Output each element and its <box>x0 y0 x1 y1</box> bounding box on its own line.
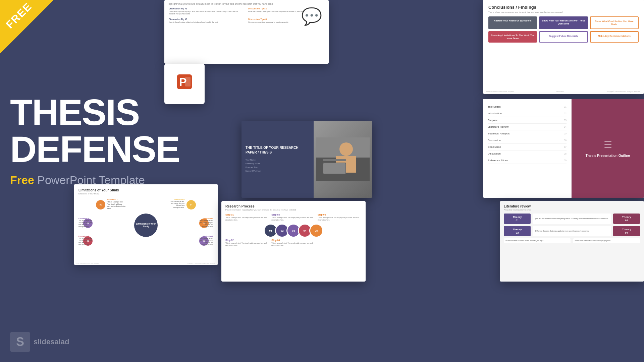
tip1-body: This is where you will highlight what yo… <box>169 10 245 15</box>
toc-item-4: Literature Review 04 <box>488 124 567 130</box>
slide-toc: Title Slides 01 Introduction 02 Purpose … <box>483 99 644 198</box>
toc-item-1: Title Slides 01 <box>488 104 567 110</box>
lim-label-5: Limitation 5This is a sample text. You s… <box>197 218 213 228</box>
toc-item-5: Statistical Analysis 05 <box>488 130 567 137</box>
conc-box1: Restate Your Research Questions <box>488 16 537 29</box>
slide-research: Research Process Provide information reg… <box>221 201 366 282</box>
advisor-line: Name Of Advisor <box>246 169 310 173</box>
footer-copyright: Copyright © Slidesalad.com All rights re… <box>606 90 641 93</box>
toc-label-5: Statistical Analysis <box>488 132 510 135</box>
lim-sub: Limitations of Your Study <box>78 193 213 195</box>
conclusions-footer: Free Slidesalad PowerPoint Template slid… <box>483 90 644 93</box>
theory-04-box: Theory04 <box>613 226 640 236</box>
lim-label-2: Limitation 2This is a sample text. You s… <box>78 218 95 228</box>
toc-num-3: 03 <box>564 119 567 121</box>
main-title-area: THESIS DEFENSE Free PowerPoint Template <box>10 94 238 187</box>
powerpoint-icon: P <box>176 73 193 95</box>
toc-label-3: Purpose <box>488 119 498 122</box>
slidesalad-logo: S slidesalad <box>10 332 69 352</box>
svg-rect-9 <box>323 163 345 174</box>
res-step-03: Step 03 This is a sample text. You simpl… <box>271 214 315 221</box>
svg-point-5 <box>339 142 353 156</box>
conclusions-inner: Conclusions / Findings This is where you… <box>483 0 644 47</box>
circle-05: 05 <box>309 224 323 238</box>
lit-bottom-texts: Relevant current research that is close … <box>504 238 640 243</box>
litreview-grid: Theory01 you will not want to cover ever… <box>504 214 640 236</box>
tip3-title: Discussion Tip #3 <box>169 18 245 20</box>
lim-node-1: 01 <box>96 200 105 209</box>
step05-label: Step 05 <box>318 214 362 216</box>
toc-num-2: 02 <box>564 112 567 115</box>
svg-rect-2 <box>185 77 191 86</box>
toc-right-panel: ☰ Thesis Presentation Outline <box>572 99 644 198</box>
res-step-blank <box>318 239 362 246</box>
slide-limitations: Limitations of Your Study Limitations of… <box>74 184 218 265</box>
toc-label-6: Discussion <box>488 139 501 142</box>
toc-item-3: Purpose 03 <box>488 117 567 124</box>
step04-body: This is a sample text. You simply add yo… <box>271 242 315 246</box>
logo-text: slidesalad <box>34 338 69 346</box>
footer-left: Free Slidesalad PowerPoint Template <box>486 90 514 93</box>
lim-label-6: Limitation 6This is a sample text. You s… <box>197 235 213 246</box>
tip3-body: How do these findings relate to what oth… <box>169 21 245 23</box>
slide-title-main: THE TITLE OF YOUR RESEARCH PAPER / THESI… <box>241 121 372 198</box>
toc-label-2: Introduction <box>488 112 502 115</box>
toc-item-7: Conclusion 07 <box>488 144 567 150</box>
title-slide-image <box>314 121 373 198</box>
step01-body: This is a sample text. You simply add yo… <box>225 217 269 221</box>
lim-label-3: Limitation 3This is a sample text. You s… <box>78 235 95 246</box>
toc-num-8: 08 <box>564 153 567 155</box>
toc-item-6: Discussion 06 <box>488 137 567 144</box>
lim-footer-left: Free Slidesalad PowerPoint Template <box>76 262 99 264</box>
res-title: Research Process <box>225 204 362 208</box>
conc-box2: Show How Your Results Answer These Quest… <box>539 16 588 29</box>
research-steps-top: Step 01 This is a sample text. You simpl… <box>225 214 362 221</box>
free-subtitle-word: Free <box>10 174 34 186</box>
toc-num-9: 09 <box>564 159 567 162</box>
research-steps-bottom: Step 02 This is a sample text. You simpl… <box>225 239 362 246</box>
toc-num-5: 05 <box>564 132 567 135</box>
name-line: Your Name <box>246 158 310 162</box>
lit-sub: Areas that you may wish to cover <box>504 209 640 211</box>
title-slide-left: THE TITLE OF YOUR RESEARCH PAPER / THESI… <box>241 121 314 198</box>
title-slide-heading: THE TITLE OF YOUR RESEARCH PAPER / THESI… <box>246 145 310 155</box>
theory-01-box: Theory01 <box>504 214 531 224</box>
title-slide-info: Your Name University Name Program Title … <box>246 158 310 173</box>
toc-num-6: 06 <box>564 139 567 141</box>
lim-node-4: 04 <box>186 200 196 209</box>
main-title: THESIS DEFENSE <box>10 94 238 168</box>
lim-title: Limitations of Your Study <box>78 188 213 192</box>
lim-label-4: Limitation 4This is a sample text. You s… <box>168 198 184 209</box>
research-inner: Research Process Provide information reg… <box>221 201 366 252</box>
toc-label-8: Discussion <box>488 152 501 155</box>
conc-box3: Show What Contribution You Have Made <box>590 16 639 29</box>
litreview-inner: Literature review Areas that you may wis… <box>500 201 644 247</box>
toc-right-title: Thesis Presentation Outline <box>586 154 630 158</box>
toc-num-7: 07 <box>564 146 567 148</box>
title-slide-right <box>314 121 373 198</box>
toc-label-9: Reference Slides <box>488 159 508 162</box>
step01-label: Step 01 <box>225 214 269 216</box>
lit-title: Literature review <box>504 204 640 208</box>
conc-box5: Suggest Future Research <box>539 31 588 43</box>
res-sub: Provide information regarding how you ha… <box>225 209 362 211</box>
toc-list: Title Slides 01 Introduction 02 Purpose … <box>483 99 572 198</box>
toc-label-1: Title Slides <box>488 105 501 108</box>
svg-rect-7 <box>323 159 346 161</box>
step04-label: Step 04 <box>271 239 315 241</box>
limitations-footer: Free Slidesalad PowerPoint Template Copy… <box>74 262 218 264</box>
lim-label-1: Limitation 1This is a sample text. You s… <box>107 198 126 209</box>
res-step-02: Step 02 This is a sample text. You simpl… <box>225 239 269 246</box>
limitations-diagram: Limitations of Your Study 01 Limitation … <box>78 197 213 254</box>
theory-02-text-bottom: Relevant current research that is close … <box>504 238 571 243</box>
powerpoint-icon-box: P <box>164 64 205 104</box>
toc-item-2: Introduction 02 <box>488 110 567 117</box>
limitations-inner: Limitations of Your Study Limitations of… <box>74 184 218 258</box>
step02-label: Step 02 <box>225 239 269 241</box>
theory-01-text: you will not want to cover everything th… <box>533 214 611 224</box>
step03-label: Step 03 <box>271 214 315 216</box>
toc-num-1: 01 <box>564 106 567 108</box>
lim-footer-right: Copyright © Slidesalad.com All rights re… <box>187 262 215 264</box>
conc-title: Conclusions / Findings <box>488 5 639 10</box>
logo-icon-letter: S <box>16 335 24 349</box>
